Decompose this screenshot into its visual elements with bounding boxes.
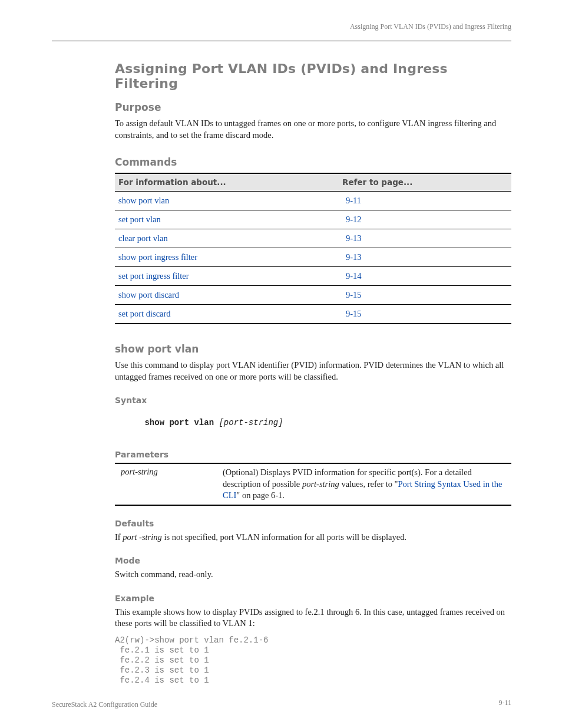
cmd-name[interactable]: show port discard <box>115 290 346 300</box>
running-head: Assigning Port VLAN IDs (PVIDs) and Ingr… <box>350 22 511 31</box>
content-column: Assigning Port VLAN IDs (PVIDs) and Ingr… <box>115 61 511 694</box>
page-footer: 9-11 SecureStack A2 Configuration Guide <box>52 699 511 709</box>
param-desc-italic: port-string <box>302 479 339 489</box>
footer-title: SecureStack A2 Configuration Guide <box>52 700 157 709</box>
table-row: set port vlan 9-12 <box>115 210 511 229</box>
page: Assigning Port VLAN IDs (PVIDs) and Ingr… <box>0 0 562 728</box>
defaults-text: If port -string is not specified, port V… <box>115 532 511 543</box>
cmd-name[interactable]: show port ingress filter <box>115 252 346 262</box>
mode-heading: Mode <box>115 556 511 565</box>
cmd-pageref[interactable]: 9-11 <box>346 196 361 206</box>
cmd-pageref[interactable]: 9-13 <box>346 233 362 243</box>
syntax-arg: [port-string] <box>219 418 283 427</box>
param-desc-mid: values, refer to " <box>339 479 398 489</box>
param-name: port-string <box>115 467 223 477</box>
purpose-heading: Purpose <box>115 101 511 113</box>
header-rule <box>52 41 511 41</box>
table-row: show port discard 9-15 <box>115 286 511 305</box>
commands-table: For information about...Refer to page...… <box>115 173 511 324</box>
cmd-name[interactable]: set port discard <box>115 309 346 319</box>
section-title: Assigning Port VLAN IDs (PVIDs) and Ingr… <box>115 61 511 91</box>
cmd-name[interactable]: set port ingress filter <box>115 271 346 281</box>
defaults-italic: port -string <box>123 532 161 542</box>
param-desc-post: " on page 6-1. <box>236 490 285 500</box>
cmd-pageref[interactable]: 9-14 <box>346 271 362 281</box>
example-heading: Example <box>115 594 511 603</box>
cmd-name[interactable]: clear port vlan <box>115 233 346 243</box>
command-heading: show port vlan <box>115 343 511 355</box>
cmd-name[interactable]: set port vlan <box>115 215 346 225</box>
page-number: 9-11 <box>498 699 511 707</box>
mode-text: Switch command, read-only. <box>115 569 511 581</box>
table-row: show port ingress filter 9-13 <box>115 248 511 267</box>
defaults-post: is not specified, port VLAN information … <box>162 532 406 542</box>
cmd-pageref[interactable]: 9-15 <box>346 290 362 300</box>
syntax-heading: Syntax <box>115 396 511 405</box>
commands-heading: Commands <box>115 156 511 168</box>
table-row: set port discard 9-15 <box>115 305 511 324</box>
table-row: clear port vlan 9-13 <box>115 229 511 248</box>
example-code-block: A2(rw)->show port vlan fe.2.1-6 fe.2.1 i… <box>115 635 511 686</box>
cmd-pageref[interactable]: 9-15 <box>346 309 362 319</box>
defaults-pre: If <box>115 532 123 542</box>
purpose-text: To assign default VLAN IDs to untagged f… <box>115 118 511 141</box>
cmd-pageref[interactable]: 9-12 <box>346 215 362 225</box>
command-description: Use this command to display port VLAN id… <box>115 360 511 383</box>
table-header-row: For information about...Refer to page... <box>115 173 511 192</box>
table-header-col1: For information about... <box>115 174 342 190</box>
table-header-col2: Refer to page... <box>342 174 495 190</box>
syntax-line: show port vlan [port-string] <box>115 409 511 437</box>
defaults-heading: Defaults <box>115 519 511 528</box>
cmd-pageref[interactable]: 9-13 <box>346 252 362 262</box>
table-row: show port vlan 9-11 <box>115 192 511 210</box>
parameters-table: port-string(Optional) Displays PVID info… <box>115 463 511 506</box>
syntax-prefix: show port vlan <box>144 418 219 427</box>
example-intro: This example shows how to display PVIDs … <box>115 607 511 630</box>
table-row: set port ingress filter 9-14 <box>115 267 511 286</box>
param-description: (Optional) Displays PVID information for… <box>223 467 503 502</box>
cmd-name[interactable]: show port vlan <box>115 196 346 206</box>
parameters-heading: Parameters <box>115 450 511 459</box>
